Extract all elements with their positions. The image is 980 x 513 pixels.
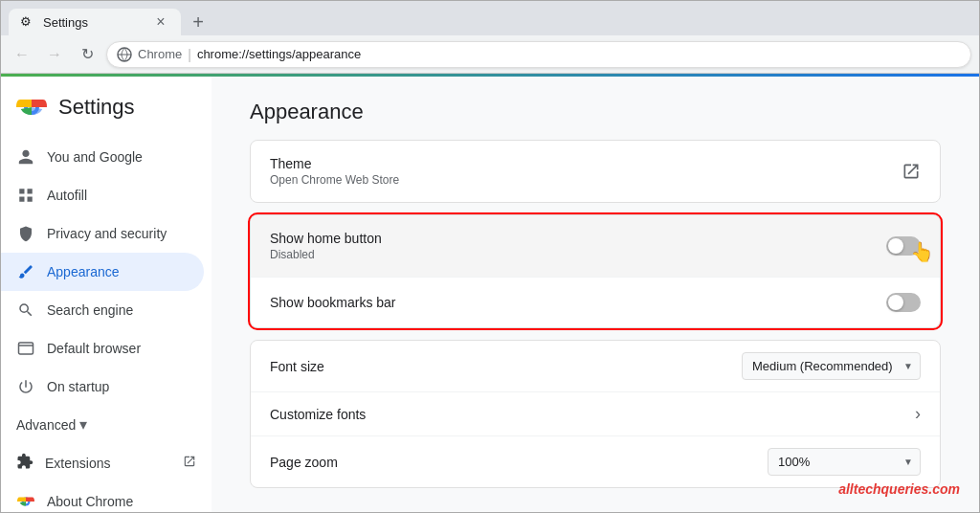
fonts-zoom-card: Font size Medium (Recommended) Very Smal…	[250, 340, 941, 488]
customize-fonts-row[interactable]: Customize fonts ›	[251, 392, 940, 436]
font-size-select[interactable]: Medium (Recommended) Very Small Small La…	[742, 352, 921, 380]
site-icon	[117, 47, 132, 62]
sidebar-item-autofill-label: Autofill	[47, 188, 87, 203]
back-button[interactable]: ←	[9, 41, 35, 68]
show-home-button-action: 👆	[886, 236, 921, 256]
font-size-dropdown-wrapper: Medium (Recommended) Very Small Small La…	[742, 352, 921, 380]
font-size-row: Font size Medium (Recommended) Very Smal…	[251, 341, 940, 392]
address-separator: |	[188, 47, 191, 62]
sidebar-item-appearance-label: Appearance	[47, 264, 120, 279]
sidebar-item-about-chrome[interactable]: About Chrome	[1, 482, 204, 512]
sidebar-item-extensions[interactable]: Extensions	[1, 443, 212, 482]
section-title: Appearance	[250, 100, 941, 124]
tab-favicon-icon: ⚙	[20, 14, 35, 30]
theme-row: Theme Open Chrome Web Store	[251, 141, 940, 202]
show-bookmarks-action	[886, 293, 921, 312]
settings-tab[interactable]: ⚙ Settings ×	[9, 9, 181, 35]
theme-card: Theme Open Chrome Web Store	[250, 140, 941, 203]
advanced-section[interactable]: Advanced ▾	[1, 406, 212, 443]
sidebar-item-startup-label: On startup	[47, 379, 109, 394]
forward-button[interactable]: →	[41, 41, 68, 68]
sidebar-item-default-browser[interactable]: Default browser	[1, 329, 204, 368]
tab-title: Settings	[43, 15, 145, 30]
sidebar-nav: You and Google Autofill Privacy and secu…	[1, 138, 212, 512]
svg-rect-3	[19, 343, 33, 354]
sidebar-header: Settings	[1, 92, 212, 138]
advanced-arrow-icon: ▾	[79, 415, 87, 434]
show-home-button-text: Show home button Disabled	[270, 231, 886, 261]
customize-fonts-chevron-icon: ›	[915, 404, 921, 424]
address-bar[interactable]: Chrome | chrome://settings/appearance	[106, 41, 971, 68]
show-bookmarks-toggle[interactable]	[886, 293, 921, 312]
theme-action	[902, 162, 921, 181]
sidebar-item-search-label: Search engine	[47, 302, 133, 318]
address-site-label: Chrome	[138, 47, 182, 61]
sidebar-item-default-browser-label: Default browser	[47, 341, 141, 356]
sidebar-item-you-google[interactable]: You and Google	[1, 138, 204, 176]
page-zoom-dropdown-wrapper: 100% 75% 90% 110% 125% 150%	[768, 448, 921, 476]
address-bar-row: ← → ↻ Chrome | chrome://settings/appeara…	[1, 35, 979, 74]
page-zoom-label: Page zoom	[270, 455, 768, 470]
tab-bar: ⚙ Settings × +	[1, 1, 979, 35]
customize-fonts-label: Customize fonts	[270, 407, 915, 422]
about-chrome-label: About Chrome	[47, 494, 133, 509]
show-bookmarks-row: Show bookmarks bar	[251, 278, 940, 327]
about-chrome-icon	[16, 492, 35, 511]
address-url: chrome://settings/appearance	[197, 47, 361, 61]
person-icon	[16, 147, 35, 167]
theme-row-text: Theme Open Chrome Web Store	[270, 156, 902, 187]
extensions-label: Extensions	[45, 456, 171, 471]
show-home-button-toggle[interactable]	[886, 236, 921, 256]
extensions-external-icon	[183, 455, 196, 471]
grid-icon	[16, 186, 35, 205]
brush-icon	[16, 262, 35, 281]
theme-label: Theme	[270, 156, 902, 171]
show-bookmarks-label: Show bookmarks bar	[270, 295, 886, 310]
show-home-button-sublabel: Disabled	[270, 248, 886, 261]
browser-icon	[16, 339, 35, 358]
sidebar-item-privacy[interactable]: Privacy and security	[1, 214, 204, 253]
home-bookmarks-card: Show home button Disabled 👆 Show bookmar…	[250, 214, 941, 328]
sidebar-title: Settings	[58, 95, 135, 120]
external-link-icon[interactable]	[902, 162, 921, 181]
sidebar-item-you-google-label: You and Google	[47, 149, 143, 165]
page-zoom-select[interactable]: 100% 75% 90% 110% 125% 150%	[768, 448, 921, 476]
sidebar-item-appearance[interactable]: Appearance	[1, 253, 204, 291]
page-zoom-row: Page zoom 100% 75% 90% 110% 125% 150%	[251, 436, 940, 487]
sidebar-item-startup[interactable]: On startup	[1, 368, 204, 406]
show-home-button-label: Show home button	[270, 231, 886, 246]
font-size-label: Font size	[270, 359, 742, 374]
show-home-button-row: Show home button Disabled 👆	[251, 215, 940, 278]
refresh-button[interactable]: ↻	[74, 41, 100, 68]
search-icon	[16, 301, 35, 320]
show-bookmarks-text: Show bookmarks bar	[270, 295, 886, 310]
sidebar-item-privacy-label: Privacy and security	[47, 226, 167, 241]
shield-icon	[16, 224, 35, 243]
power-icon	[16, 377, 35, 396]
watermark: alltechqueries.com	[838, 481, 960, 497]
sidebar-item-autofill[interactable]: Autofill	[1, 176, 204, 214]
new-tab-button[interactable]: +	[185, 9, 212, 35]
puzzle-icon	[16, 453, 33, 473]
chrome-logo-icon	[16, 92, 47, 123]
advanced-label: Advanced	[16, 417, 76, 433]
sidebar-item-search[interactable]: Search engine	[1, 291, 204, 329]
main-content: Appearance Theme Open Chrome Web Store	[212, 77, 979, 512]
theme-sublabel: Open Chrome Web Store	[270, 173, 902, 187]
app-content: Settings You and Google Autofill	[1, 77, 979, 512]
sidebar: Settings You and Google Autofill	[1, 77, 212, 512]
tab-close-button[interactable]: ×	[152, 13, 169, 31]
